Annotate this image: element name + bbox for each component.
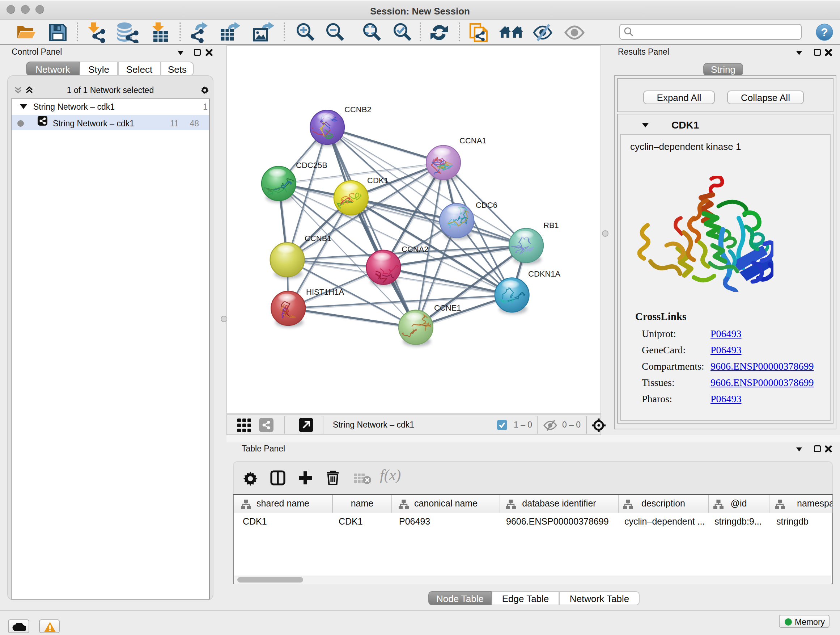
svg-text:CCNE1: CCNE1 xyxy=(434,303,461,312)
svg-text:CCNB1: CCNB1 xyxy=(305,234,332,243)
svg-text:HIST1H1A: HIST1H1A xyxy=(306,287,344,296)
svg-text:CCNA2: CCNA2 xyxy=(401,245,429,254)
svg-text:CDC6: CDC6 xyxy=(476,201,497,210)
svg-text:RB1: RB1 xyxy=(543,221,559,230)
svg-text:CDKN1A: CDKN1A xyxy=(528,269,561,279)
svg-text:CCNB2: CCNB2 xyxy=(344,105,371,114)
svg-text:?: ? xyxy=(821,26,828,39)
svg-text:CDC25B: CDC25B xyxy=(296,161,327,170)
svg-text:CCNA1: CCNA1 xyxy=(459,136,486,145)
svg-text:CDK1: CDK1 xyxy=(367,176,388,185)
